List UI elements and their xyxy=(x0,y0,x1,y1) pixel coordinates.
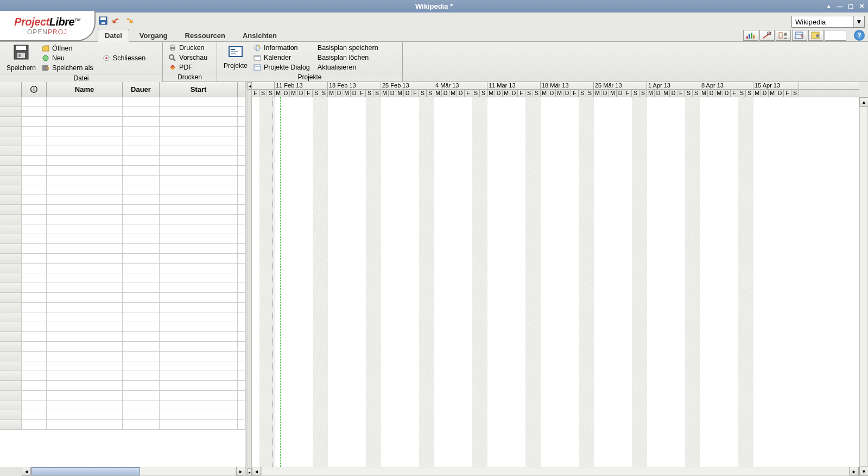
ribbon-vorschau-button[interactable]: Vorschau xyxy=(168,53,207,62)
table-row[interactable] xyxy=(0,381,245,391)
table-row[interactable] xyxy=(0,264,245,273)
task-table-body[interactable] xyxy=(0,97,245,467)
table-row[interactable] xyxy=(0,107,245,117)
chevron-down-icon[interactable]: ▼ xyxy=(853,16,864,27)
ribbon-projekte-button[interactable]: Projekte xyxy=(220,44,251,71)
table-row[interactable] xyxy=(0,312,245,322)
ribbon-kalender-button[interactable]: Kalender xyxy=(253,53,310,62)
scroll-right-icon[interactable]: ► xyxy=(236,467,245,476)
qa-redo-icon[interactable] xyxy=(124,16,134,26)
window-rollup-icon[interactable]: ▴ xyxy=(825,2,833,11)
gantt-vscroll-track[interactable] xyxy=(859,107,868,467)
table-row[interactable] xyxy=(0,136,245,146)
table-row[interactable] xyxy=(0,410,245,420)
tab-ressourcen[interactable]: Ressourcen xyxy=(178,29,232,42)
tab-vorgang[interactable]: Vorgang xyxy=(132,29,175,42)
ribbon-neu-button[interactable]: Neu xyxy=(41,53,93,62)
timescale-day: M xyxy=(769,90,776,97)
tab-datei[interactable]: Datei xyxy=(98,29,129,42)
table-row[interactable] xyxy=(0,146,245,156)
table-row[interactable] xyxy=(0,97,245,107)
table-row[interactable] xyxy=(0,244,245,254)
gantt-scroll-down-icon[interactable]: ▼ xyxy=(859,467,868,476)
scroll-thumb[interactable] xyxy=(31,467,140,475)
table-row[interactable] xyxy=(0,332,245,342)
table-row[interactable] xyxy=(0,303,245,312)
col-dauer[interactable]: Dauer xyxy=(123,82,160,97)
view-gantt-icon[interactable] xyxy=(743,30,758,41)
view-report-icon[interactable] xyxy=(808,30,823,41)
table-row[interactable] xyxy=(0,224,245,234)
table-row[interactable] xyxy=(0,215,245,224)
ribbon-projekte-dialog-button[interactable]: Projekte Dialog xyxy=(253,62,310,72)
table-row[interactable] xyxy=(0,352,245,361)
window-minimize-icon[interactable]: — xyxy=(835,2,844,11)
splitter-right-icon[interactable]: ▸ xyxy=(248,468,252,476)
view-resource-icon[interactable] xyxy=(776,30,791,41)
table-row[interactable] xyxy=(0,322,245,332)
table-row[interactable] xyxy=(0,166,245,176)
ribbon-aktualisieren-button[interactable]: Aktualisieren xyxy=(318,62,378,72)
qa-save-icon[interactable] xyxy=(98,16,108,26)
ribbon-pdf-button[interactable]: PDF xyxy=(168,62,207,72)
splitter-left-icon[interactable]: ◂ xyxy=(248,82,252,90)
table-row[interactable] xyxy=(0,195,245,205)
view-usage-icon[interactable]: ✕ xyxy=(792,30,807,41)
ribbon-oeffnen-button[interactable]: Öffnen xyxy=(41,43,93,53)
table-row[interactable] xyxy=(0,361,245,371)
gantt-vscroll[interactable]: ▲ ▼ xyxy=(859,82,868,476)
table-row[interactable] xyxy=(0,342,245,352)
view-network-icon[interactable] xyxy=(759,30,775,41)
ribbon-information-button[interactable]: iInformation xyxy=(253,43,310,52)
table-row[interactable] xyxy=(0,205,245,215)
gantt-scroll-track[interactable] xyxy=(261,467,850,476)
gantt-hscroll[interactable]: ◄ ► xyxy=(252,467,859,476)
table-row[interactable] xyxy=(0,273,245,283)
gantt-scroll-up-icon[interactable]: ▲ xyxy=(859,97,868,107)
gantt-scroll-left-icon[interactable]: ◄ xyxy=(252,467,261,476)
qa-undo-icon[interactable] xyxy=(111,16,121,26)
ribbon-drucken-button[interactable]: Drucken xyxy=(168,43,207,52)
ribbon-basisplan-speichern-button[interactable]: Basisplan speichern xyxy=(318,43,378,52)
table-row[interactable] xyxy=(0,127,245,136)
scroll-left-icon[interactable]: ◄ xyxy=(22,467,31,476)
table-row[interactable] xyxy=(0,176,245,185)
ribbon-schliessen-button[interactable]: Schliessen xyxy=(102,53,145,62)
col-extra[interactable] xyxy=(238,82,245,97)
col-name[interactable]: Name xyxy=(47,82,123,97)
ribbon-speichern-button[interactable]: Speichern xyxy=(3,43,39,73)
table-row[interactable] xyxy=(0,420,245,430)
help-icon[interactable]: ? xyxy=(854,30,865,41)
ribbon-speichern-als-button[interactable]: Speichern als xyxy=(41,63,93,72)
svg-rect-25 xyxy=(171,45,174,47)
ribbon-basisplan-loeschen-button[interactable]: Basisplan löchen xyxy=(318,53,378,62)
table-row[interactable] xyxy=(0,234,245,244)
window-maximize-icon[interactable]: ▢ xyxy=(846,2,855,11)
scroll-track[interactable] xyxy=(31,467,236,476)
svg-rect-37 xyxy=(254,55,261,57)
col-info[interactable]: ⓘ xyxy=(22,82,47,97)
tab-ansichten[interactable]: Ansichten xyxy=(236,29,284,42)
view-search-input[interactable] xyxy=(825,30,846,41)
timescale-week: 25 Feb 13 xyxy=(381,82,434,89)
col-start[interactable]: Start xyxy=(160,82,238,97)
table-row[interactable] xyxy=(0,283,245,293)
timescale-day: D xyxy=(389,90,396,97)
project-selector[interactable]: Wikipedia ▼ xyxy=(791,16,865,28)
col-rownum[interactable] xyxy=(0,82,22,97)
gantt-scroll-right-icon[interactable]: ► xyxy=(850,467,859,476)
table-row[interactable] xyxy=(0,117,245,127)
table-row[interactable] xyxy=(0,254,245,264)
table-row[interactable] xyxy=(0,391,245,400)
gantt-chart-area[interactable] xyxy=(252,97,859,467)
table-row[interactable] xyxy=(0,400,245,410)
splitter-handle[interactable]: ◂ ▸ xyxy=(248,82,252,476)
table-row[interactable] xyxy=(0,293,245,303)
timescale-day: F xyxy=(624,90,632,97)
timescale-day: M xyxy=(715,90,723,97)
table-row[interactable] xyxy=(0,185,245,195)
window-close-icon[interactable]: ✕ xyxy=(857,2,866,11)
table-row[interactable] xyxy=(0,371,245,381)
table-row[interactable] xyxy=(0,156,245,166)
task-table-hscroll[interactable]: ◄ ► xyxy=(0,467,245,476)
